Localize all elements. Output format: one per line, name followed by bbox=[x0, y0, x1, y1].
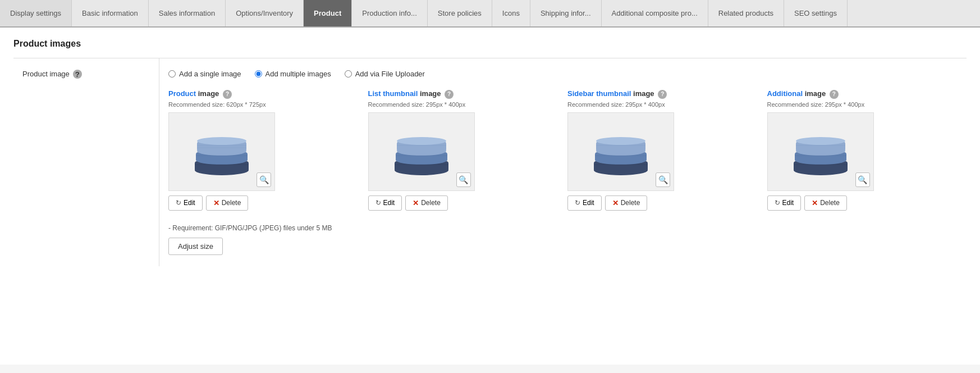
product-image-title-help[interactable]: ? bbox=[223, 90, 232, 99]
radio-uploader[interactable]: Add via File Uploader bbox=[345, 70, 425, 78]
radio-uploader-label: Add via File Uploader bbox=[355, 70, 425, 78]
image-sections: Product image ? Recommended size: 620px … bbox=[168, 89, 958, 211]
adjust-size-button[interactable]: Adjust size bbox=[168, 238, 223, 255]
sidebar-thumbnail-title-help[interactable]: ? bbox=[658, 90, 667, 99]
product-image-title: Product image ? bbox=[168, 89, 359, 99]
additional-image-edit-btn[interactable]: ↻ Edit bbox=[767, 195, 802, 211]
edit-icon-3: ↻ bbox=[575, 199, 580, 207]
edit-label-2: Edit bbox=[383, 199, 395, 207]
sidebar-thumbnail-jeans-svg bbox=[590, 126, 652, 177]
additional-image-container: 🔍 bbox=[767, 112, 874, 191]
list-thumbnail-delete-btn[interactable]: ✕ Delete bbox=[405, 195, 448, 211]
tab-production-info[interactable]: Production info... bbox=[352, 0, 428, 26]
additional-image-actions: ↻ Edit ✕ Delete bbox=[767, 195, 958, 211]
svg-point-27 bbox=[596, 137, 645, 145]
tab-product[interactable]: Product bbox=[304, 0, 352, 26]
svg-point-37 bbox=[796, 137, 845, 145]
product-image-actions: ↻ Edit ✕ Delete bbox=[168, 195, 359, 211]
additional-image-magnify-btn[interactable]: 🔍 bbox=[855, 172, 870, 187]
list-thumbnail-edit-btn[interactable]: ↻ Edit bbox=[368, 195, 402, 211]
tab-basic-information[interactable]: Basic information bbox=[72, 0, 149, 26]
sidebar-thumbnail-magnify-btn[interactable]: 🔍 bbox=[656, 172, 670, 187]
additional-image-rec-size: Recommended size: 295px * 400px bbox=[767, 101, 958, 108]
svg-point-17 bbox=[397, 137, 446, 145]
additional-image-title: Additional image ? bbox=[767, 89, 958, 99]
radio-uploader-input[interactable] bbox=[345, 70, 352, 78]
product-image-row: Product image ? Add a single image Add m… bbox=[13, 58, 967, 266]
sidebar-thumbnail-rec-size: Recommended size: 295px * 400px bbox=[567, 101, 758, 108]
additional-image-delete-btn[interactable]: ✕ Delete bbox=[804, 195, 847, 211]
list-thumbnail-jeans-svg bbox=[391, 126, 452, 177]
radio-multiple-label: Add multiple images bbox=[265, 70, 331, 78]
delete-label-4: Delete bbox=[820, 199, 840, 207]
requirement-text: - Requirement: GIF/PNG/JPG (JPEG) files … bbox=[168, 224, 958, 232]
tab-shipping-infor[interactable]: Shipping infor... bbox=[530, 0, 602, 26]
radio-group: Add a single image Add multiple images A… bbox=[168, 70, 958, 78]
sidebar-thumbnail-edit-btn[interactable]: ↻ Edit bbox=[567, 195, 602, 211]
section-title: Product images bbox=[13, 39, 967, 49]
radio-multiple-input[interactable] bbox=[255, 70, 262, 78]
list-thumbnail-actions: ↻ Edit ✕ Delete bbox=[368, 195, 559, 211]
delete-icon-3: ✕ bbox=[612, 199, 619, 207]
product-jeans-svg bbox=[191, 126, 253, 177]
sidebar-thumbnail-delete-btn[interactable]: ✕ Delete bbox=[605, 195, 648, 211]
product-image-label: Product image bbox=[22, 70, 70, 78]
sidebar-thumbnail-title: Sidebar thumbnail image ? bbox=[567, 89, 758, 99]
tab-display-settings[interactable]: Display settings bbox=[0, 0, 72, 26]
additional-jeans-svg bbox=[790, 126, 851, 177]
list-thumbnail-container: 🔍 bbox=[368, 112, 475, 191]
radio-single-label: Add a single image bbox=[179, 70, 241, 78]
delete-label: Delete bbox=[222, 199, 241, 207]
product-image-edit-btn[interactable]: ↻ Edit bbox=[168, 195, 203, 211]
list-thumbnail-magnify-btn[interactable]: 🔍 bbox=[456, 172, 471, 187]
radio-multiple[interactable]: Add multiple images bbox=[255, 70, 331, 78]
radio-single-input[interactable] bbox=[168, 70, 176, 78]
list-thumbnail-rec-size: Recommended size: 295px * 400px bbox=[368, 101, 559, 108]
tab-icons[interactable]: Icons bbox=[492, 0, 530, 26]
edit-icon-2: ↻ bbox=[375, 199, 381, 207]
product-image-help-icon[interactable]: ? bbox=[73, 70, 82, 79]
sidebar-thumbnail-actions: ↻ Edit ✕ Delete bbox=[567, 195, 758, 211]
delete-label-3: Delete bbox=[621, 199, 640, 207]
additional-image-section: Additional image ? Recommended size: 295… bbox=[767, 89, 958, 211]
tab-seo-settings[interactable]: SEO settings bbox=[784, 0, 848, 26]
delete-label-2: Delete bbox=[421, 199, 441, 207]
edit-label-4: Edit bbox=[782, 199, 794, 207]
product-image-container: 🔍 bbox=[168, 112, 275, 191]
label-column: Product image ? bbox=[13, 58, 159, 266]
edit-label: Edit bbox=[184, 199, 195, 207]
product-image-section: Product image ? Recommended size: 620px … bbox=[168, 89, 368, 211]
list-thumbnail-title-help[interactable]: ? bbox=[445, 90, 454, 99]
sidebar-thumbnail-container: 🔍 bbox=[567, 112, 674, 191]
edit-label-3: Edit bbox=[583, 199, 594, 207]
svg-point-6 bbox=[197, 137, 246, 145]
tab-store-policies[interactable]: Store policies bbox=[428, 0, 492, 26]
delete-icon-4: ✕ bbox=[812, 199, 818, 207]
tab-options-inventory[interactable]: Options/Inventory bbox=[226, 0, 304, 26]
delete-icon: ✕ bbox=[213, 199, 219, 207]
edit-icon: ↻ bbox=[176, 199, 181, 207]
product-image-delete-btn[interactable]: ✕ Delete bbox=[206, 195, 249, 211]
tab-sales-information[interactable]: Sales information bbox=[149, 0, 226, 26]
tab-bar: Display settingsBasic informationSales i… bbox=[0, 0, 980, 28]
main-content: Product images Product image ? Add a sin… bbox=[0, 28, 980, 365]
list-thumbnail-section: List thumbnail image ? Recommended size:… bbox=[368, 89, 568, 211]
edit-icon-4: ↻ bbox=[775, 199, 780, 207]
product-image-rec-size: Recommended size: 620px * 725px bbox=[168, 101, 359, 108]
tab-additional-composite[interactable]: Additional composite pro... bbox=[602, 0, 708, 26]
right-column: Add a single image Add multiple images A… bbox=[159, 58, 967, 266]
product-image-magnify-btn[interactable]: 🔍 bbox=[257, 172, 271, 187]
radio-single[interactable]: Add a single image bbox=[168, 70, 241, 78]
tab-related-products[interactable]: Related products bbox=[708, 0, 784, 26]
sidebar-thumbnail-section: Sidebar thumbnail image ? Recommended si… bbox=[567, 89, 767, 211]
additional-image-title-help[interactable]: ? bbox=[830, 90, 839, 99]
list-thumbnail-title: List thumbnail image ? bbox=[368, 89, 559, 99]
delete-icon-2: ✕ bbox=[413, 199, 419, 207]
